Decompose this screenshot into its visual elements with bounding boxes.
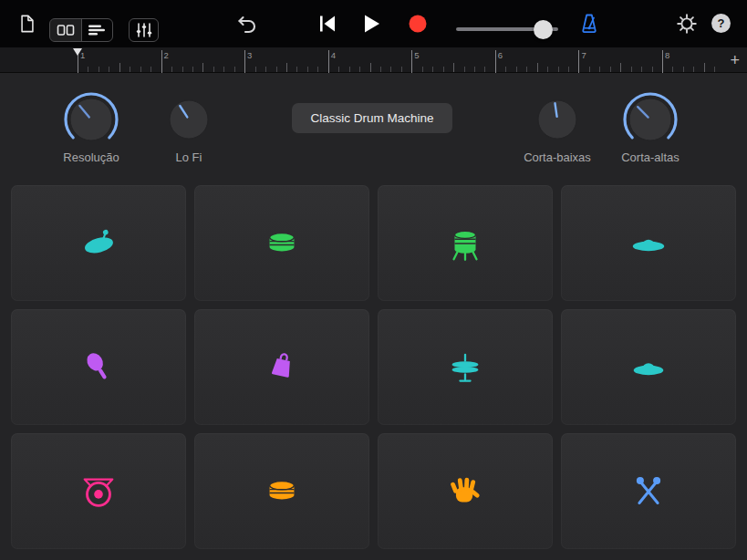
garageband-drum-machine: ? 12345678 + Resolução Lo Fi Corta-baixa… <box>0 0 747 560</box>
open-cymbal-icon <box>628 347 669 389</box>
undo-button[interactable] <box>235 12 259 36</box>
ruler-tick <box>276 67 277 72</box>
floor-tom-icon <box>444 223 486 264</box>
ruler-tick <box>255 67 256 72</box>
ruler-tick <box>390 67 391 72</box>
gong-icon <box>78 471 119 513</box>
ruler-tick <box>662 50 663 73</box>
ruler-tick <box>328 50 329 73</box>
help-label: ? <box>718 16 725 30</box>
volume-slider-thumb[interactable] <box>534 20 553 39</box>
ruler-beat-number: 5 <box>414 50 419 60</box>
preset-label: Classic Drum Machine <box>310 111 433 125</box>
metronome-button[interactable] <box>577 12 601 36</box>
ruler-tick <box>641 67 642 72</box>
pad-snare-drum[interactable] <box>194 185 369 301</box>
pad-sticks[interactable] <box>561 433 736 549</box>
help-button[interactable]: ? <box>711 14 731 33</box>
ruler-tick <box>370 63 371 72</box>
add-bars-button[interactable]: + <box>730 51 740 70</box>
ruler-tick <box>516 67 517 72</box>
knob-label-lo-fi: Lo Fi <box>139 150 239 164</box>
pad-clap[interactable] <box>378 433 553 549</box>
ruler-beat-number: 3 <box>247 50 252 60</box>
tracks-view-button[interactable] <box>82 19 113 41</box>
ruler-tick <box>443 67 444 72</box>
ruler-tick <box>432 67 433 72</box>
pad-hi-hat[interactable] <box>378 309 553 425</box>
ruler-tick <box>558 67 559 72</box>
ruler-tick <box>422 67 423 72</box>
pad-kick-drum[interactable] <box>11 185 186 301</box>
pad-gong[interactable] <box>11 433 186 549</box>
ruler-tick <box>130 67 130 72</box>
ruler-beat-number: 2 <box>164 50 169 60</box>
skip-to-start-button[interactable] <box>316 14 338 34</box>
view-toggle <box>49 18 113 42</box>
ruler-tick <box>140 67 141 72</box>
knob-corta-baixas[interactable] <box>534 97 580 146</box>
snare-2-icon <box>261 471 303 513</box>
ruler-tick <box>161 50 162 73</box>
ruler-tick <box>652 67 653 72</box>
playhead[interactable] <box>73 48 82 56</box>
volume-slider[interactable] <box>456 27 558 31</box>
kick-drum-icon <box>78 223 119 264</box>
ruler-tick <box>150 67 151 72</box>
knob-label-corta-altas: Corta-altas <box>600 150 700 164</box>
pad-cowbell[interactable] <box>194 309 369 425</box>
timeline-ruler[interactable]: 12345678 + <box>0 47 747 73</box>
ruler-tick <box>620 63 621 72</box>
document-button[interactable] <box>16 12 38 36</box>
pad-shaker[interactable] <box>11 309 186 425</box>
knob-lo-fi[interactable] <box>166 97 212 146</box>
ruler-tick <box>380 67 381 72</box>
ruler-tick <box>349 67 350 72</box>
pads-view-button[interactable] <box>50 19 81 41</box>
ruler-tick <box>182 67 183 72</box>
ruler-tick <box>401 67 402 72</box>
mixer-button[interactable] <box>129 18 159 42</box>
preset-button[interactable]: Classic Drum Machine <box>292 103 452 133</box>
ruler-tick <box>505 67 506 72</box>
record-button[interactable] <box>407 13 429 35</box>
record-icon <box>408 14 428 34</box>
top-toolbar: ? <box>0 0 747 47</box>
snare-drum-icon <box>261 223 303 264</box>
pad-open-cymbal[interactable] <box>561 309 736 425</box>
ruler-tick <box>359 67 360 72</box>
ruler-tick <box>296 67 297 72</box>
ruler-tick <box>244 50 245 73</box>
settings-button[interactable] <box>676 13 698 35</box>
metronome-icon <box>578 13 600 35</box>
ruler-tick <box>568 67 569 72</box>
ruler-beat-number: 7 <box>581 50 586 60</box>
pad-floor-tom[interactable] <box>378 185 553 301</box>
ruler-tick <box>589 67 590 72</box>
cowbell-icon <box>261 347 303 389</box>
ruler-tick <box>109 67 109 72</box>
ruler-tick <box>672 67 673 72</box>
ruler-tick <box>99 67 99 72</box>
ruler-tick <box>537 63 538 72</box>
ruler-tick <box>119 63 120 72</box>
ruler-tick <box>202 63 203 72</box>
knob-resolucao[interactable] <box>63 91 119 151</box>
play-button[interactable] <box>360 13 382 35</box>
pad-snare-2[interactable] <box>194 433 369 549</box>
ruler-tick <box>714 67 715 72</box>
ruler-tick <box>683 67 684 72</box>
ruler-tick <box>88 67 88 72</box>
ruler-tick <box>286 63 287 72</box>
ruler-tick <box>610 67 611 72</box>
ruler-beat-number: 8 <box>665 50 669 60</box>
ruler-tick <box>599 67 600 72</box>
ruler-tick <box>213 67 214 72</box>
ruler-tick <box>578 50 579 73</box>
ride-cymbal-icon <box>628 223 669 264</box>
knob-label-corta-baixas: Corta-baixas <box>507 150 607 164</box>
knob-corta-altas[interactable] <box>622 91 679 151</box>
pad-ride-cymbal[interactable] <box>561 185 736 301</box>
settings-gear-icon <box>677 14 697 34</box>
ruler-tick <box>464 67 465 72</box>
